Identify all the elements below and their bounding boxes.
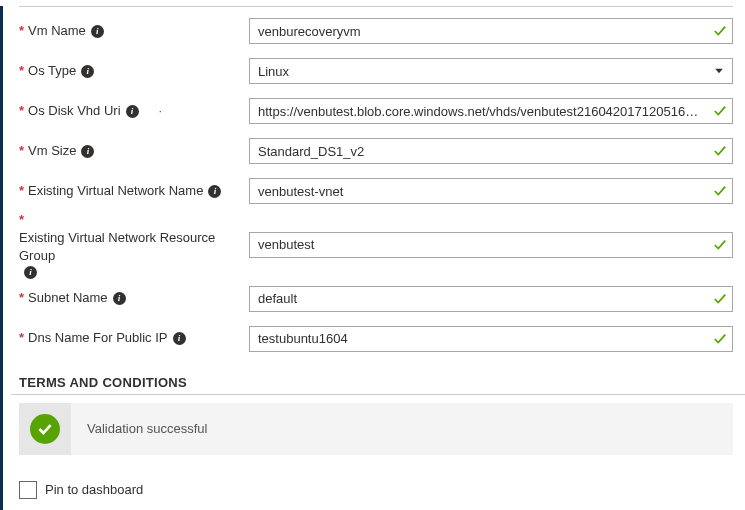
label-vnet-name: Existing Virtual Network Name — [28, 182, 203, 200]
validation-icon-wrap — [19, 403, 71, 455]
row-os-type: * Os Type i Linux — [19, 51, 733, 91]
label-vnet-rg: Existing Virtual Network Resource Group — [19, 229, 241, 265]
row-vnet-name: * Existing Virtual Network Name i — [19, 171, 733, 211]
info-icon[interactable]: i — [91, 25, 104, 38]
required-asterisk: * — [19, 329, 24, 347]
label-dns-name: Dns Name For Public IP — [28, 329, 167, 347]
label-os-type: Os Type — [28, 62, 76, 80]
label-vhd-uri: Os Disk Vhd Uri — [28, 102, 120, 120]
required-asterisk: * — [19, 22, 24, 40]
info-icon[interactable]: i — [126, 105, 139, 118]
pin-to-dashboard-row[interactable]: Pin to dashboard — [19, 481, 745, 499]
vm-size-input[interactable] — [249, 138, 733, 164]
required-asterisk: * — [19, 62, 24, 80]
row-vm-size: * Vm Size i — [19, 131, 733, 171]
row-subnet: * Subnet Name i — [19, 279, 733, 319]
info-icon[interactable]: i — [208, 185, 221, 198]
required-asterisk: * — [19, 211, 24, 229]
check-circle-icon — [30, 414, 60, 444]
info-icon[interactable]: i — [113, 292, 126, 305]
label-subnet: Subnet Name — [28, 289, 108, 307]
row-vhd-uri: * Os Disk Vhd Uri i · — [19, 91, 733, 131]
custom-deployment-panel: * Vm Name i * Os Type i Linux — [0, 6, 745, 510]
vm-name-input[interactable] — [249, 18, 733, 44]
required-asterisk: * — [19, 182, 24, 200]
label-vm-name: Vm Name — [28, 22, 86, 40]
info-icon[interactable]: i — [173, 332, 186, 345]
row-vnet-rg: * Existing Virtual Network Resource Grou… — [19, 211, 733, 279]
pin-checkbox[interactable] — [19, 481, 37, 499]
pin-label: Pin to dashboard — [45, 482, 143, 497]
required-asterisk: * — [19, 102, 24, 120]
terms-heading: TERMS AND CONDITIONS — [11, 375, 745, 395]
dns-name-input[interactable] — [249, 326, 733, 352]
vnet-name-input[interactable] — [249, 178, 733, 204]
divider-top — [19, 6, 733, 7]
info-icon[interactable]: i — [81, 145, 94, 158]
os-type-select[interactable]: Linux — [249, 58, 733, 84]
row-vm-name: * Vm Name i — [19, 11, 733, 51]
vnet-rg-input[interactable] — [249, 232, 733, 258]
vhd-uri-input[interactable] — [249, 98, 733, 124]
info-icon[interactable]: i — [24, 266, 37, 279]
required-asterisk: * — [19, 289, 24, 307]
required-asterisk: * — [19, 142, 24, 160]
subnet-input[interactable] — [249, 286, 733, 312]
row-dns-name: * Dns Name For Public IP i — [19, 319, 733, 359]
label-vm-size: Vm Size — [28, 142, 76, 160]
validation-bar: Validation successful — [19, 403, 733, 455]
validation-message: Validation successful — [71, 421, 207, 436]
info-icon[interactable]: i — [81, 65, 94, 78]
extra-dot: · — [159, 102, 163, 120]
